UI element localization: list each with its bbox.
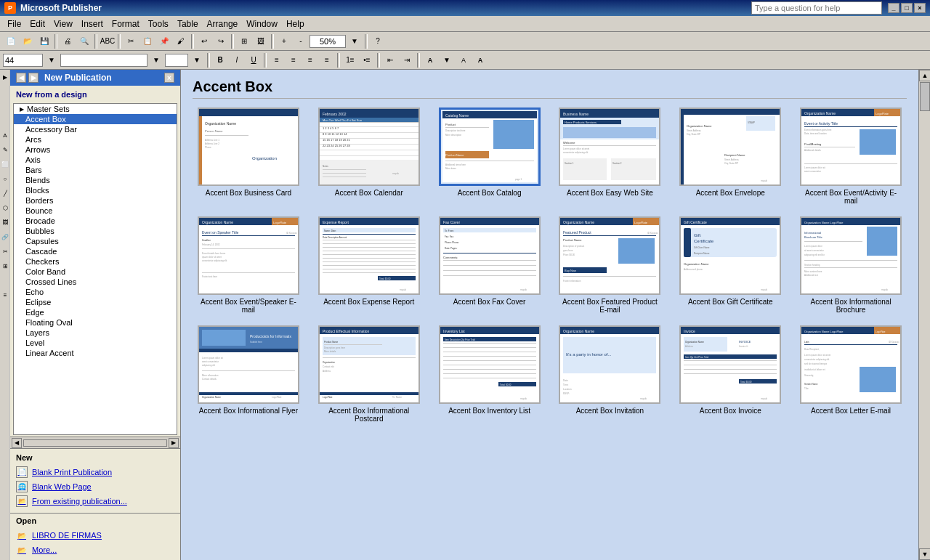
text-style-btn[interactable]: A bbox=[456, 52, 472, 68]
numbering-btn[interactable]: 1≡ bbox=[342, 52, 358, 68]
menu-edit[interactable]: Edit bbox=[25, 17, 49, 31]
tree-item-bars[interactable]: Bars bbox=[14, 165, 177, 175]
thumb-event-activity[interactable]: Organization Name LogoPlate Event or Act… bbox=[800, 107, 902, 186]
style-dropdown[interactable]: ▼ bbox=[148, 52, 164, 68]
tree-item-floating-oval[interactable]: Floating Oval bbox=[14, 317, 177, 328]
thumb-gift-cert[interactable]: Gift Certificate Gift Certificate Gift G… bbox=[679, 216, 781, 295]
template-letter-email[interactable]: Organization Name LogoPlate LogoPlate La… bbox=[795, 325, 907, 423]
template-expense[interactable]: Expense Report Name: Date: Date Descript… bbox=[313, 216, 425, 314]
text-effect-btn[interactable]: A bbox=[472, 52, 488, 68]
tree-item-blends[interactable]: Blends bbox=[14, 175, 177, 185]
style-input[interactable] bbox=[60, 54, 147, 67]
template-business-card[interactable]: Organization Name Person Name Address Li… bbox=[193, 107, 304, 205]
thumb-featured-product[interactable]: Organization Name LogoPlate Featured Pro… bbox=[559, 216, 660, 295]
tree-item-crossed-lines[interactable]: Crossed Lines bbox=[14, 277, 177, 287]
side-icon-6[interactable]: ╱ bbox=[0, 186, 10, 200]
font-name-dropdown[interactable]: ▼ bbox=[44, 52, 60, 68]
thumb-calendar[interactable]: February 2002 Mon Tue Wed Thu Fri Sat Su… bbox=[318, 107, 420, 186]
bullets-btn[interactable]: •≡ bbox=[359, 52, 375, 68]
template-event-activity[interactable]: Organization Name LogoPlate Event or Act… bbox=[795, 107, 907, 205]
side-icon-11[interactable]: ⊞ bbox=[0, 259, 10, 273]
template-featured-product[interactable]: Organization Name LogoPlate Featured Pro… bbox=[554, 216, 666, 314]
paste-btn[interactable]: 📌 bbox=[156, 33, 172, 49]
template-gift-cert[interactable]: Gift Certificate Gift Certificate Gift G… bbox=[674, 216, 786, 314]
align-right-btn[interactable]: ≡ bbox=[302, 52, 318, 68]
scroll-up-btn[interactable]: ▲ bbox=[919, 70, 930, 81]
side-icon-8[interactable]: 🖼 bbox=[0, 215, 10, 230]
increase-indent-btn[interactable]: ⇥ bbox=[399, 52, 415, 68]
template-info-brochure[interactable]: Organization Name LogoPlate Informationa… bbox=[795, 216, 907, 314]
tree-item-edge[interactable]: Edge bbox=[14, 307, 177, 317]
scroll-thumb[interactable] bbox=[920, 82, 930, 111]
menu-window[interactable]: Window bbox=[242, 17, 282, 31]
tree-item-accessory-bar[interactable]: Accessory Bar bbox=[14, 124, 177, 134]
thumb-invitation[interactable]: Organization Name It's a party in honor … bbox=[559, 325, 660, 404]
template-envelope[interactable]: Organization Name Street Address City, S… bbox=[674, 107, 786, 205]
print-btn[interactable]: 🖨 bbox=[60, 33, 76, 49]
bold-btn[interactable]: B bbox=[212, 52, 228, 68]
template-invitation[interactable]: Organization Name It's a party in honor … bbox=[554, 325, 666, 423]
template-catalog[interactable]: Catalog Name Product Description text he… bbox=[434, 107, 546, 205]
template-info-postcard[interactable]: Product Effectual Information Product Na… bbox=[313, 325, 425, 423]
scroll-track[interactable] bbox=[23, 439, 167, 447]
font-color-dropdown[interactable]: ▼ bbox=[439, 52, 455, 68]
tree-item-capsules[interactable]: Capsules bbox=[14, 236, 177, 246]
zoom-out-btn[interactable]: - bbox=[293, 33, 309, 49]
thumb-business-card[interactable]: Organization Name Person Name Address Li… bbox=[198, 107, 299, 186]
zoom-input[interactable] bbox=[310, 35, 346, 48]
template-inventory[interactable]: Inventory List Item Description Qty Pric… bbox=[434, 325, 546, 423]
close-button[interactable]: × bbox=[914, 3, 926, 13]
panel-forward-btn[interactable]: ▶ bbox=[28, 73, 39, 83]
template-info-flyer[interactable]: Productoids for Informatix Subtitle here… bbox=[193, 325, 304, 423]
help-input[interactable] bbox=[751, 1, 882, 15]
thumb-info-brochure[interactable]: Organization Name LogoPlate Informationa… bbox=[800, 216, 902, 295]
side-icon-4[interactable]: ⬜ bbox=[0, 157, 10, 171]
tree-master-sets[interactable]: ▶ Master Sets bbox=[14, 104, 177, 114]
thumb-letter-email[interactable]: Organization Name LogoPlate LogoPlate La… bbox=[800, 325, 902, 404]
side-icon-3[interactable]: ✎ bbox=[0, 142, 10, 157]
align-justify-btn[interactable]: ≡ bbox=[319, 52, 335, 68]
side-icon-5[interactable]: ○ bbox=[0, 171, 10, 186]
thumb-expense[interactable]: Expense Report Name: Date: Date Descript… bbox=[318, 216, 420, 295]
font-size-dropdown[interactable]: ▼ bbox=[189, 52, 205, 68]
tree-item-color-band[interactable]: Color Band bbox=[14, 267, 177, 277]
tree-item-bubbles[interactable]: Bubbles bbox=[14, 226, 177, 236]
font-name-input[interactable] bbox=[3, 54, 43, 67]
tree-item-echo[interactable]: Echo bbox=[14, 287, 177, 297]
template-event-speaker[interactable]: Organization Name LogoPlate Event on Spe… bbox=[193, 216, 304, 314]
insert-table-btn[interactable]: ⊞ bbox=[236, 33, 252, 49]
tree-scrollbar[interactable]: ◀ ▶ bbox=[10, 437, 180, 448]
scroll-left-btn[interactable]: ◀ bbox=[12, 438, 22, 448]
tree-item-blocks[interactable]: Blocks bbox=[14, 185, 177, 195]
side-icon-10[interactable]: ✂ bbox=[0, 244, 10, 259]
template-invoice[interactable]: Invoice Organization Name Address INVOIC… bbox=[674, 325, 786, 423]
menu-format[interactable]: Format bbox=[108, 17, 144, 31]
thumb-info-flyer[interactable]: Productoids for Informatix Subtitle here… bbox=[198, 325, 299, 404]
save-btn[interactable]: 💾 bbox=[36, 33, 52, 49]
scroll-track[interactable] bbox=[919, 81, 930, 548]
side-icon-2[interactable]: A bbox=[0, 128, 10, 142]
minimize-button[interactable]: _ bbox=[888, 3, 899, 13]
template-calendar[interactable]: February 2002 Mon Tue Wed Thu Fri Sat Su… bbox=[313, 107, 425, 205]
open-btn[interactable]: 📂 bbox=[20, 33, 36, 49]
tree-item-checkers[interactable]: Checkers bbox=[14, 256, 177, 267]
maximize-button[interactable]: □ bbox=[901, 3, 913, 13]
thumb-event-speaker[interactable]: Organization Name LogoPlate Event on Spe… bbox=[198, 216, 299, 295]
tree-item-linear-accent[interactable]: Linear Accent bbox=[14, 348, 177, 358]
new-blank-web[interactable]: 🌐 Blank Web Page bbox=[16, 479, 174, 494]
template-easy-web[interactable]: Business Name Home Products Services Wel… bbox=[554, 107, 666, 205]
side-icon-9[interactable]: 🔗 bbox=[0, 230, 10, 244]
menu-arrange[interactable]: Arrange bbox=[203, 17, 243, 31]
side-icon-1[interactable]: ▶ bbox=[0, 70, 10, 84]
thumb-invoice[interactable]: Invoice Organization Name Address INVOIC… bbox=[679, 325, 781, 404]
new-blank-print[interactable]: 📄 Blank Print Publication bbox=[16, 465, 174, 479]
menu-file[interactable]: File bbox=[3, 17, 25, 31]
tree-item-eclipse[interactable]: Eclipse bbox=[14, 297, 177, 307]
formatpaint-btn[interactable]: 🖌 bbox=[173, 33, 189, 49]
side-icon-7[interactable]: ⬡ bbox=[0, 200, 10, 215]
tree-item-arcs[interactable]: Arcs bbox=[14, 134, 177, 145]
tree-item-brocade[interactable]: Brocade bbox=[14, 216, 177, 226]
menu-table[interactable]: Table bbox=[173, 17, 203, 31]
side-icon-12[interactable]: ≡ bbox=[0, 288, 10, 302]
spell-btn[interactable]: ABC bbox=[100, 33, 116, 49]
